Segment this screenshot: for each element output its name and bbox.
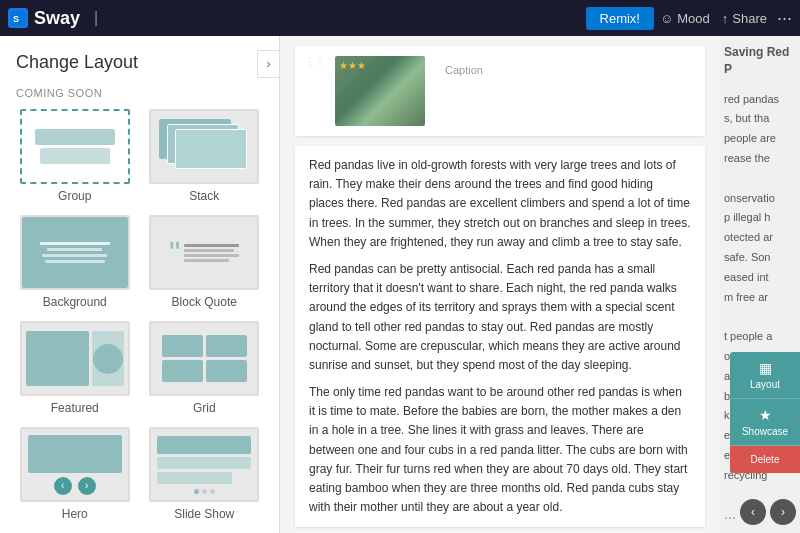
- text-para1: Red pandas live in old-growth forests wi…: [309, 156, 691, 252]
- svg-text:S: S: [13, 14, 19, 24]
- showcase-action-icon: ★: [759, 407, 772, 423]
- layout-item-blockquote[interactable]: " Block Quote: [146, 215, 264, 309]
- layout-stack-label: Stack: [189, 189, 219, 203]
- layout-group-label: Group: [58, 189, 91, 203]
- text-para2: Red pandas can be pretty antisocial. Eac…: [309, 260, 691, 375]
- change-layout-panel: Change Layout › Coming Soon Group: [0, 36, 280, 533]
- card-1-image: ★★★: [335, 56, 425, 126]
- layout-item-slideshow[interactable]: Slide Show: [146, 427, 264, 521]
- text-para3: The only time red pandas want to be arou…: [309, 383, 691, 517]
- card-main-text: Red pandas live in old-growth forests wi…: [295, 146, 705, 527]
- layout-item-stack[interactable]: Stack: [146, 109, 264, 203]
- more-dots-bottom[interactable]: ···: [724, 509, 736, 525]
- layout-slideshow-label: Slide Show: [174, 507, 234, 521]
- card-1-media-row: ⋮⋮ ★★★ Caption: [295, 46, 705, 136]
- sway-icon: S: [8, 8, 28, 28]
- panel-title: Change Layout: [16, 52, 263, 73]
- prev-arrow[interactable]: ‹: [740, 499, 766, 525]
- collapse-button[interactable]: ›: [257, 50, 279, 78]
- card-1-stars: ★★★: [339, 60, 366, 71]
- layout-thumb-featured: [20, 321, 130, 396]
- app-name: Sway: [34, 8, 80, 29]
- layout-thumb-stack: [149, 109, 259, 184]
- layout-thumb-slideshow: [149, 427, 259, 502]
- remix-button[interactable]: Remix!: [586, 7, 654, 30]
- more-button[interactable]: ···: [777, 8, 792, 29]
- action-panel: ▦ Layout ★ Showcase Delete: [730, 352, 800, 473]
- layout-action-button[interactable]: ▦ Layout: [730, 352, 800, 399]
- layout-thumb-background: [20, 215, 130, 290]
- topbar-divider: |: [94, 9, 98, 27]
- hero-right-arrow: ›: [78, 477, 96, 495]
- drag-handle-1[interactable]: ⋮⋮: [305, 56, 325, 67]
- layout-featured-label: Featured: [51, 401, 99, 415]
- app-logo: S Sway: [8, 8, 80, 29]
- layout-grid: Group Stack: [16, 109, 263, 521]
- card-1-caption-label: Caption: [445, 64, 483, 76]
- share-icon: ↑: [722, 11, 729, 26]
- showcase-action-label: Showcase: [742, 426, 788, 437]
- showcase-action-button[interactable]: ★ Showcase: [730, 399, 800, 446]
- layout-background-label: Background: [43, 295, 107, 309]
- card-1: ⋮⋮ ★★★ Caption: [295, 46, 705, 136]
- card-text-content: Red pandas live in old-growth forests wi…: [295, 146, 705, 527]
- far-right-sidebar: Saving Red P red pandas s, but tha peopl…: [720, 36, 800, 533]
- coming-soon-label: Coming Soon: [16, 87, 263, 99]
- hero-left-arrow: ‹: [54, 477, 72, 495]
- next-arrow[interactable]: ›: [770, 499, 796, 525]
- layout-item-grid[interactable]: Grid: [146, 321, 264, 415]
- layout-item-background[interactable]: Background: [16, 215, 134, 309]
- right-area: ⋮⋮ ★★★ Caption Red pandas live in old-gr…: [280, 36, 800, 533]
- layout-hero-label: Hero: [62, 507, 88, 521]
- far-right-heading: Saving Red P: [724, 44, 796, 78]
- nav-arrows: ‹ ›: [740, 499, 796, 525]
- mood-button[interactable]: ☺ Mood: [660, 11, 710, 26]
- layout-blockquote-label: Block Quote: [172, 295, 237, 309]
- share-button[interactable]: ↑ Share: [722, 11, 767, 26]
- card-1-caption-area: Caption: [435, 56, 493, 87]
- main-container: Change Layout › Coming Soon Group: [0, 36, 800, 533]
- layout-thumb-grid: [149, 321, 259, 396]
- delete-action-label: Delete: [751, 454, 780, 465]
- layout-thumb-group: [20, 109, 130, 184]
- layout-thumb-hero: ‹ ›: [20, 427, 130, 502]
- topbar: S Sway | Remix! ☺ Mood ↑ Share ···: [0, 0, 800, 36]
- content-scroll[interactable]: ⋮⋮ ★★★ Caption Red pandas live in old-gr…: [280, 36, 720, 533]
- layout-action-icon: ▦: [759, 360, 772, 376]
- delete-action-button[interactable]: Delete: [730, 446, 800, 473]
- layout-grid-label: Grid: [193, 401, 216, 415]
- layout-item-hero[interactable]: ‹ › Hero: [16, 427, 134, 521]
- layout-item-group[interactable]: Group: [16, 109, 134, 203]
- layout-item-featured[interactable]: Featured: [16, 321, 134, 415]
- mood-icon: ☺: [660, 11, 673, 26]
- layout-action-label: Layout: [750, 379, 780, 390]
- layout-thumb-blockquote: ": [149, 215, 259, 290]
